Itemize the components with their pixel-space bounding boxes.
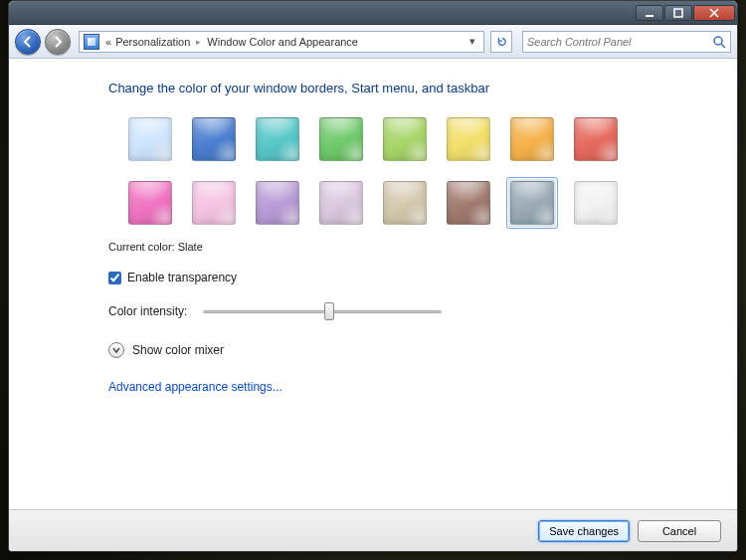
swatch-fill (383, 117, 427, 161)
control-panel-window: « Personalization ▸ Window Color and App… (8, 0, 738, 552)
slider-track (203, 310, 442, 313)
swatch-fill (447, 181, 490, 225)
swatch-fill (256, 181, 299, 225)
swatch-fill (319, 117, 363, 161)
color-swatch-leaf[interactable] (315, 113, 367, 165)
transparency-checkbox[interactable] (108, 272, 121, 284)
svg-rect-0 (646, 15, 653, 17)
color-swatch-chocolate[interactable] (443, 177, 494, 229)
swatch-fill (192, 181, 236, 225)
color-swatch-sky[interactable] (124, 113, 176, 165)
back-arrow-icon (22, 36, 34, 48)
color-swatch-pumpkin[interactable] (506, 113, 558, 165)
color-swatch-sun[interactable] (443, 113, 494, 165)
color-swatch-grid (124, 113, 661, 229)
maximize-button[interactable] (664, 5, 692, 21)
swatch-fill (192, 117, 236, 161)
color-swatch-lime[interactable] (379, 113, 431, 165)
current-color-value: Slate (178, 241, 203, 253)
chevron-right-icon: ▸ (196, 37, 201, 47)
current-color-row: Current color: Slate (108, 241, 697, 253)
footer-bar: Save changes Cancel (9, 509, 737, 551)
advanced-settings-link[interactable]: Advanced appearance settings... (108, 380, 282, 394)
slider-thumb[interactable] (324, 302, 334, 320)
swatch-fill (447, 117, 490, 161)
address-bar[interactable]: « Personalization ▸ Window Color and App… (79, 31, 484, 53)
intensity-slider[interactable] (203, 302, 442, 320)
swatch-fill (383, 181, 427, 225)
navigation-bar: « Personalization ▸ Window Color and App… (9, 25, 737, 59)
current-color-label: Current color: (108, 241, 175, 253)
transparency-label: Enable transparency (127, 271, 237, 284)
address-dropdown[interactable]: ▾ (466, 35, 479, 48)
color-swatch-taupe[interactable] (379, 177, 431, 229)
personalization-icon (84, 34, 99, 50)
cancel-button[interactable]: Cancel (638, 520, 721, 542)
title-bar[interactable] (9, 1, 737, 25)
minimize-button[interactable] (636, 5, 663, 21)
close-icon (709, 8, 719, 18)
color-swatch-frost[interactable] (570, 177, 622, 229)
forward-button[interactable] (45, 29, 71, 55)
color-mixer-label: Show color mixer (132, 343, 224, 357)
transparency-row[interactable]: Enable transparency (108, 271, 697, 284)
save-button[interactable]: Save changes (538, 520, 630, 542)
swatch-fill (256, 117, 299, 161)
breadcrumb-parent[interactable]: Personalization (113, 35, 192, 49)
refresh-button[interactable] (490, 31, 512, 53)
svg-rect-1 (674, 9, 682, 17)
breadcrumb-prefix[interactable]: « (103, 35, 113, 49)
intensity-label: Color intensity: (108, 304, 187, 318)
expand-chevron[interactable] (108, 342, 124, 358)
swatch-fill (574, 181, 618, 225)
color-swatch-lavender[interactable] (315, 177, 367, 229)
color-swatch-fuchsia[interactable] (124, 177, 176, 229)
color-swatch-twilight[interactable] (188, 113, 240, 165)
swatch-fill (574, 117, 618, 161)
chevron-down-icon (112, 346, 120, 354)
color-swatch-slate[interactable] (506, 177, 558, 229)
search-icon (712, 35, 726, 49)
swatch-fill (510, 181, 554, 225)
swatch-fill (128, 181, 172, 225)
swatch-fill (319, 181, 363, 225)
color-mixer-toggle[interactable]: Show color mixer (108, 342, 697, 358)
content-area: Change the color of your window borders,… (9, 59, 737, 509)
minimize-icon (645, 8, 654, 18)
search-box[interactable] (522, 31, 731, 53)
color-swatch-ruby[interactable] (570, 113, 622, 165)
breadcrumb-current[interactable]: Window Color and Appearance (205, 35, 360, 49)
close-button[interactable] (693, 5, 735, 21)
swatch-fill (128, 117, 172, 161)
swatch-fill (510, 117, 554, 161)
forward-arrow-icon (52, 36, 64, 48)
color-swatch-violet[interactable] (252, 177, 303, 229)
color-swatch-blush[interactable] (188, 177, 240, 229)
search-input[interactable] (527, 36, 712, 48)
maximize-icon (673, 8, 683, 18)
page-title: Change the color of your window borders,… (108, 81, 697, 95)
color-swatch-sea[interactable] (252, 113, 303, 165)
intensity-row: Color intensity: (108, 302, 697, 320)
svg-point-2 (714, 37, 722, 45)
svg-line-3 (721, 44, 725, 48)
back-button[interactable] (15, 29, 41, 55)
refresh-icon (495, 36, 507, 48)
